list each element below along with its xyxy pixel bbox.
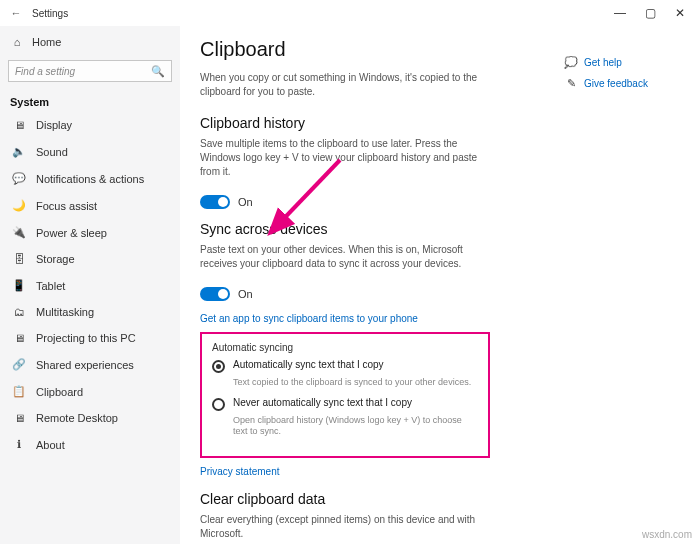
sidebar-item[interactable]: 🖥Projecting to this PC xyxy=(0,325,180,351)
nav-icon: 🌙 xyxy=(12,199,26,212)
nav-icon: 🗄 xyxy=(12,253,26,265)
nav-icon: 🖥 xyxy=(12,412,26,424)
nav-icon: 💬 xyxy=(12,172,26,185)
sidebar-item[interactable]: 🖥Remote Desktop xyxy=(0,405,180,431)
close-button[interactable]: ✕ xyxy=(674,6,686,20)
help-icon: 💭 xyxy=(564,56,578,69)
watermark: wsxdn.com xyxy=(642,529,692,540)
nav-label: Focus assist xyxy=(36,200,97,212)
sync-desc: Paste text on your other devices. When t… xyxy=(200,243,480,271)
sidebar-item[interactable]: 🖥Display xyxy=(0,112,180,138)
back-icon[interactable]: ← xyxy=(8,7,24,19)
sync-heading: Sync across devices xyxy=(200,221,680,237)
page-intro: When you copy or cut something in Window… xyxy=(200,71,480,99)
nav-label: Notifications & actions xyxy=(36,173,144,185)
auto-sync-option-auto[interactable]: Automatically sync text that I copy xyxy=(212,359,478,373)
app-title: Settings xyxy=(32,8,68,19)
sidebar-item[interactable]: 🔗Shared experiences xyxy=(0,351,180,378)
sidebar-item[interactable]: ℹAbout xyxy=(0,431,180,458)
aside-links: 💭 Get help ✎ Give feedback xyxy=(564,56,674,98)
history-heading: Clipboard history xyxy=(200,115,680,131)
nav-label: Sound xyxy=(36,146,68,158)
minimize-button[interactable]: ― xyxy=(614,6,626,20)
nav-label: Projecting to this PC xyxy=(36,332,136,344)
sync-app-link[interactable]: Get an app to sync clipboard items to yo… xyxy=(200,313,680,324)
sync-toggle[interactable] xyxy=(200,287,230,301)
nav-label: Multitasking xyxy=(36,306,94,318)
history-toggle[interactable] xyxy=(200,195,230,209)
clear-heading: Clear clipboard data xyxy=(200,491,680,507)
sync-state: On xyxy=(238,288,253,300)
nav-label: Storage xyxy=(36,253,75,265)
sidebar-item[interactable]: 📋Clipboard xyxy=(0,378,180,405)
nav-icon: 🖥 xyxy=(12,332,26,344)
nav-icon: 🔗 xyxy=(12,358,26,371)
sidebar-item[interactable]: 🔈Sound xyxy=(0,138,180,165)
nav-label: Remote Desktop xyxy=(36,412,118,424)
radio-icon xyxy=(212,360,225,373)
sidebar-item[interactable]: 🗄Storage xyxy=(0,246,180,272)
nav-icon: 🔈 xyxy=(12,145,26,158)
nav-label: Display xyxy=(36,119,72,131)
sidebar-item[interactable]: 💬Notifications & actions xyxy=(0,165,180,192)
nav-label: Clipboard xyxy=(36,386,83,398)
nav-label: Power & sleep xyxy=(36,227,107,239)
sidebar-item[interactable]: 🌙Focus assist xyxy=(0,192,180,219)
history-state: On xyxy=(238,196,253,208)
titlebar: ← Settings ― ▢ ✕ xyxy=(0,0,700,26)
auto-sync-frame: Automatic syncing Automatically sync tex… xyxy=(200,332,490,458)
maximize-button[interactable]: ▢ xyxy=(644,6,656,20)
feedback-icon: ✎ xyxy=(564,77,578,90)
radio-icon xyxy=(212,398,225,411)
nav-icon: 📱 xyxy=(12,279,26,292)
nav-icon: 📋 xyxy=(12,385,26,398)
home-icon: ⌂ xyxy=(10,36,24,48)
give-feedback-link[interactable]: ✎ Give feedback xyxy=(564,77,674,90)
nav-icon: 🔌 xyxy=(12,226,26,239)
sidebar-item[interactable]: 🔌Power & sleep xyxy=(0,219,180,246)
privacy-link[interactable]: Privacy statement xyxy=(200,466,680,477)
history-desc: Save multiple items to the clipboard to … xyxy=(200,137,480,179)
sidebar-item[interactable]: 📱Tablet xyxy=(0,272,180,299)
nav-label: Tablet xyxy=(36,280,65,292)
auto-sync-title: Automatic syncing xyxy=(212,342,478,353)
nav-icon: 🗂 xyxy=(12,306,26,318)
sidebar: ⌂ Home Find a setting 🔍 System 🖥Display🔈… xyxy=(0,26,180,544)
clear-desc: Clear everything (except pinned items) o… xyxy=(200,513,480,541)
nav-label: Shared experiences xyxy=(36,359,134,371)
sidebar-home[interactable]: ⌂ Home xyxy=(0,30,180,54)
content-pane: Clipboard When you copy or cut something… xyxy=(180,26,700,544)
sidebar-nav: 🖥Display🔈Sound💬Notifications & actions🌙F… xyxy=(0,112,180,458)
nav-label: About xyxy=(36,439,65,451)
nav-icon: 🖥 xyxy=(12,119,26,131)
search-icon: 🔍 xyxy=(151,65,165,78)
auto-sync-option-never[interactable]: Never automatically sync text that I cop… xyxy=(212,397,478,411)
nav-icon: ℹ xyxy=(12,438,26,451)
get-help-link[interactable]: 💭 Get help xyxy=(564,56,674,69)
sidebar-item[interactable]: 🗂Multitasking xyxy=(0,299,180,325)
sidebar-section-title: System xyxy=(0,90,180,112)
search-input[interactable]: Find a setting 🔍 xyxy=(8,60,172,82)
